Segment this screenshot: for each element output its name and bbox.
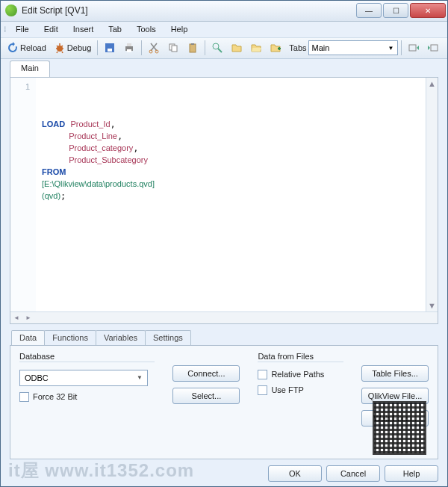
tabs-label: Tabs bbox=[289, 43, 306, 52]
maximize-button[interactable]: ☐ bbox=[383, 3, 408, 18]
use-ftp-label: Use FTP bbox=[271, 385, 303, 394]
relative-paths-checkbox[interactable]: Relative Paths bbox=[258, 370, 343, 379]
menu-help[interactable]: Help bbox=[164, 23, 196, 35]
force-32bit-checkbox[interactable]: Force 32 Bit bbox=[19, 392, 155, 402]
copy-icon bbox=[167, 42, 179, 54]
reload-icon bbox=[7, 42, 19, 54]
code-area[interactable]: LOAD Product_Id, Product_Line, Product_c… bbox=[36, 78, 426, 311]
menubar: ⁞ File Edit Insert Tab Tools Help bbox=[1, 22, 447, 38]
menubar-grip-icon: ⁞ bbox=[4, 25, 5, 34]
horizontal-scrollbar[interactable] bbox=[10, 311, 438, 323]
use-ftp-checkbox[interactable]: Use FTP bbox=[258, 385, 343, 395]
window-controls: — ☐ ✕ bbox=[356, 3, 446, 18]
qr-code-icon bbox=[373, 401, 426, 455]
toolbar-separator bbox=[401, 40, 402, 55]
checkbox-icon bbox=[19, 392, 29, 402]
toolbar-separator bbox=[205, 40, 205, 55]
toolbar-separator bbox=[97, 40, 98, 55]
find-button[interactable] bbox=[208, 40, 226, 55]
tab-left-icon bbox=[408, 42, 420, 54]
folder-open-icon bbox=[250, 42, 262, 54]
svg-rect-14 bbox=[431, 45, 438, 51]
tab-nav-left-button[interactable] bbox=[405, 40, 423, 55]
checkbox-icon bbox=[258, 370, 267, 379]
search-icon bbox=[211, 42, 223, 54]
database-select[interactable]: ODBC ▼ bbox=[19, 370, 148, 386]
dialog-buttons: OK Cancel Help bbox=[268, 465, 438, 482]
titlebar: Edit Script [QV1] — ☐ ✕ bbox=[1, 1, 447, 22]
folder-add-button[interactable] bbox=[267, 40, 284, 55]
checkbox-icon bbox=[258, 385, 267, 395]
path-literal: [E:\Qlikview\data\products.qvd] bbox=[42, 179, 155, 188]
editor-tab-strip: Main bbox=[1, 59, 447, 77]
svg-rect-2 bbox=[108, 49, 112, 52]
save-button[interactable] bbox=[101, 40, 119, 55]
tab-functions[interactable]: Functions bbox=[44, 330, 96, 345]
print-button[interactable] bbox=[120, 40, 138, 55]
reload-button[interactable]: Reload bbox=[4, 40, 49, 55]
tab-settings[interactable]: Settings bbox=[145, 330, 191, 345]
save-icon bbox=[104, 42, 116, 54]
svg-rect-10 bbox=[190, 44, 196, 52]
dropdown-arrow-icon: ▼ bbox=[137, 374, 143, 381]
reload-label: Reload bbox=[20, 43, 46, 52]
close-button[interactable]: ✕ bbox=[410, 3, 446, 18]
tabs-selected-value: Main bbox=[312, 43, 330, 52]
fld-1: Product_Id bbox=[70, 120, 110, 128]
dropdown-arrow-icon: ▼ bbox=[388, 45, 394, 52]
folder-plus-icon bbox=[270, 42, 281, 54]
print-icon bbox=[123, 42, 135, 54]
svg-rect-5 bbox=[127, 49, 131, 52]
window-title: Edit Script [QV1] bbox=[22, 5, 356, 16]
table-files-button[interactable]: Table Files... bbox=[361, 365, 429, 382]
paste-button[interactable] bbox=[184, 40, 202, 55]
watermark-text: it屋 www.it1352.com bbox=[8, 459, 194, 483]
debug-button[interactable]: Debug bbox=[51, 40, 94, 55]
tabs-dropdown[interactable]: Main ▼ bbox=[308, 40, 398, 55]
svg-rect-11 bbox=[191, 43, 194, 45]
tab-variables[interactable]: Variables bbox=[96, 330, 146, 345]
ok-button[interactable]: OK bbox=[268, 465, 322, 482]
folder-open-button[interactable] bbox=[247, 40, 265, 55]
svg-rect-4 bbox=[127, 43, 131, 46]
force-32bit-label: Force 32 Bit bbox=[33, 392, 77, 401]
cancel-button[interactable]: Cancel bbox=[326, 465, 380, 482]
line-gutter: 1 bbox=[10, 78, 36, 311]
connect-button[interactable]: Connect... bbox=[172, 365, 240, 382]
menu-insert[interactable]: Insert bbox=[66, 23, 102, 35]
editor-tab-main[interactable]: Main bbox=[10, 61, 50, 77]
folder-button[interactable] bbox=[228, 40, 246, 55]
toolbar: Reload Debug Tabs Main ▼ bbox=[1, 38, 447, 59]
minimize-button[interactable]: — bbox=[356, 3, 382, 18]
menu-file[interactable]: File bbox=[8, 23, 37, 35]
svg-rect-9 bbox=[172, 46, 177, 52]
fld-4: Product_Subcategory bbox=[69, 155, 148, 164]
fld-3: Product_category bbox=[69, 143, 133, 152]
fld-2: Product_Line bbox=[69, 131, 117, 140]
script-editor: 1 LOAD Product_Id, Product_Line, Product… bbox=[10, 77, 438, 324]
select-button[interactable]: Select... bbox=[172, 388, 240, 404]
line-number: 1 bbox=[25, 82, 30, 91]
svg-point-12 bbox=[213, 43, 219, 49]
debug-label: Debug bbox=[67, 43, 91, 52]
copy-button[interactable] bbox=[164, 40, 182, 55]
database-group-label: Database bbox=[19, 352, 155, 362]
kw-load: LOAD bbox=[42, 120, 65, 128]
folder-icon bbox=[231, 42, 243, 54]
svg-rect-13 bbox=[409, 45, 416, 51]
app-icon bbox=[5, 4, 17, 16]
tab-right-icon bbox=[427, 42, 439, 54]
vertical-scrollbar[interactable]: ▲▼ bbox=[426, 78, 438, 311]
files-group-label: Data from Files bbox=[258, 352, 343, 362]
menu-edit[interactable]: Edit bbox=[37, 23, 66, 35]
tab-data[interactable]: Data bbox=[11, 330, 45, 345]
help-button[interactable]: Help bbox=[385, 465, 438, 482]
menu-tools[interactable]: Tools bbox=[129, 23, 164, 35]
bottom-tab-strip: Data Functions Variables Settings bbox=[1, 329, 447, 345]
bug-icon bbox=[54, 42, 66, 54]
tab-nav-right-button[interactable] bbox=[424, 40, 442, 55]
menu-tab[interactable]: Tab bbox=[101, 23, 129, 35]
fmt-literal: (qvd) bbox=[42, 191, 60, 200]
cut-button[interactable] bbox=[145, 40, 163, 55]
kw-from: FROM bbox=[42, 167, 66, 176]
